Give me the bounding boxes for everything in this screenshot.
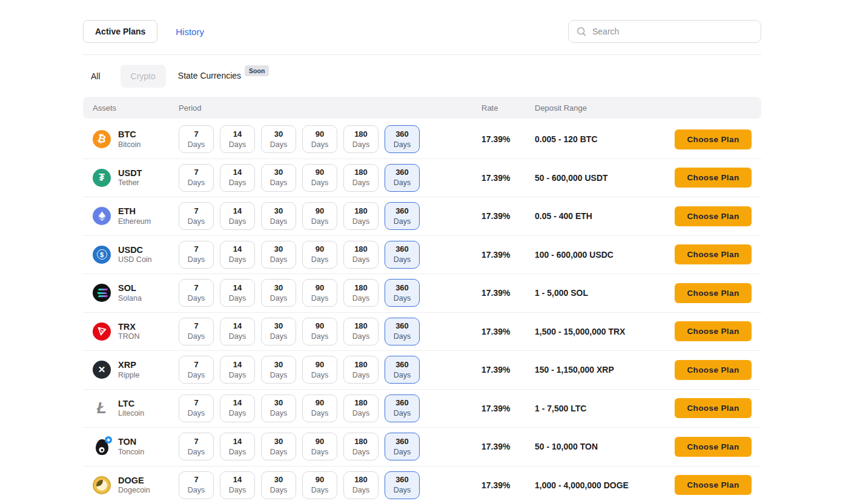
period-button-30-days[interactable]: 30Days: [261, 471, 296, 499]
period-button-180-days[interactable]: 180Days: [343, 471, 379, 499]
period-button-30-days[interactable]: 30Days: [261, 394, 296, 422]
period-button-14-days[interactable]: 14Days: [220, 471, 255, 499]
period-button-90-days[interactable]: 90Days: [302, 318, 337, 345]
period-button-180-days[interactable]: 180Days: [343, 318, 379, 345]
choose-plan-button[interactable]: Choose Plan: [675, 283, 752, 303]
period-button-90-days[interactable]: 90Days: [302, 241, 337, 269]
period-button-180-days[interactable]: 180Days: [343, 202, 379, 230]
period-button-360-days[interactable]: 360Days: [385, 164, 420, 192]
period-button-90-days[interactable]: 90Days: [302, 125, 337, 153]
asset-cell: TRX TRON: [93, 321, 179, 342]
search-box[interactable]: [568, 20, 761, 43]
period-button-360-days[interactable]: 360Days: [385, 318, 420, 345]
table-row: ✕ XRP Ripple 7Days14Days30Days90Days180D…: [83, 351, 761, 390]
period-button-90-days[interactable]: 90Days: [302, 433, 337, 460]
period-button-180-days[interactable]: 180Days: [343, 125, 379, 153]
period-button-7-days[interactable]: 7Days: [179, 202, 214, 230]
period-button-360-days[interactable]: 360Days: [385, 241, 420, 269]
period-button-30-days[interactable]: 30Days: [261, 433, 296, 460]
coin-symbol: SOL: [118, 283, 142, 293]
period-button-7-days[interactable]: 7Days: [179, 471, 214, 499]
period-button-90-days[interactable]: 90Days: [302, 471, 337, 499]
plan-tabs: Active Plans History: [83, 20, 204, 43]
choose-plan-button[interactable]: Choose Plan: [675, 321, 752, 341]
table-row: $ USDC USD Coin 7Days14Days30Days90Days1…: [83, 236, 761, 275]
coin-name: Tether: [118, 178, 142, 188]
coin-symbol: XRP: [118, 359, 139, 370]
search-input[interactable]: [592, 27, 753, 36]
deposit-range-value: 1 - 7,500 LTC: [535, 404, 675, 413]
deposit-range-value: 1 - 5,000 SOL: [535, 288, 675, 298]
period-button-360-days[interactable]: 360Days: [385, 202, 420, 230]
period-button-14-days[interactable]: 14Days: [220, 433, 255, 460]
period-button-14-days[interactable]: 14Days: [220, 125, 255, 153]
tab-active-plans[interactable]: Active Plans: [83, 20, 157, 43]
coin-name: Litecoin: [118, 409, 144, 419]
period-button-7-days[interactable]: 7Days: [179, 125, 214, 153]
period-button-14-days[interactable]: 14Days: [220, 164, 255, 192]
period-button-90-days[interactable]: 90Days: [302, 164, 337, 192]
period-button-180-days[interactable]: 180Days: [343, 433, 379, 460]
coin-symbol: DOGE: [118, 475, 150, 486]
period-button-30-days[interactable]: 30Days: [261, 164, 296, 192]
tab-history[interactable]: History: [176, 27, 204, 37]
period-button-14-days[interactable]: 14Days: [220, 394, 255, 422]
deposit-range-value: 0.05 - 400 ETH: [535, 211, 675, 221]
period-button-180-days[interactable]: 180Days: [343, 279, 379, 307]
period-button-7-days[interactable]: 7Days: [179, 356, 214, 384]
filter-crypto[interactable]: Crypto: [121, 65, 166, 88]
period-button-360-days[interactable]: 360Days: [385, 433, 420, 460]
rate-value: 17.39%: [481, 250, 535, 260]
period-options: 7Days14Days30Days90Days180Days360Days: [179, 164, 481, 192]
period-button-360-days[interactable]: 360Days: [385, 279, 420, 307]
period-button-180-days[interactable]: 180Days: [343, 164, 379, 192]
period-button-7-days[interactable]: 7Days: [179, 394, 214, 422]
choose-plan-button[interactable]: Choose Plan: [675, 206, 752, 226]
period-button-360-days[interactable]: 360Days: [385, 125, 420, 153]
choose-plan-button[interactable]: Choose Plan: [675, 129, 752, 149]
choose-plan-button[interactable]: Choose Plan: [675, 244, 752, 264]
period-button-90-days[interactable]: 90Days: [302, 356, 337, 384]
period-button-7-days[interactable]: 7Days: [179, 164, 214, 192]
coin-symbol: TRX: [118, 321, 139, 332]
asset-cell: ₮ USDT Tether: [93, 168, 179, 188]
period-button-90-days[interactable]: 90Days: [302, 394, 337, 422]
period-button-7-days[interactable]: 7Days: [179, 241, 214, 269]
period-button-360-days[interactable]: 360Days: [385, 471, 420, 499]
period-button-14-days[interactable]: 14Days: [220, 202, 255, 230]
period-button-14-days[interactable]: 14Days: [220, 318, 255, 345]
filter-all[interactable]: All: [83, 65, 108, 87]
period-button-14-days[interactable]: 14Days: [220, 279, 255, 307]
period-button-30-days[interactable]: 30Days: [261, 241, 296, 269]
choose-plan-button[interactable]: Choose Plan: [675, 360, 752, 380]
period-button-180-days[interactable]: 180Days: [343, 241, 379, 269]
filter-state-currencies[interactable]: State Currencies Soon: [178, 71, 269, 82]
period-button-30-days[interactable]: 30Days: [261, 356, 296, 384]
coin-symbol: USDT: [118, 168, 142, 178]
period-button-14-days[interactable]: 14Days: [220, 241, 255, 269]
period-button-30-days[interactable]: 30Days: [261, 202, 296, 230]
btc-icon: ₿: [93, 130, 111, 148]
period-button-90-days[interactable]: 90Days: [302, 202, 337, 230]
asset-cell: Ł LTC Litecoin: [93, 398, 179, 419]
period-button-360-days[interactable]: 360Days: [385, 356, 420, 384]
period-options: 7Days14Days30Days90Days180Days360Days: [179, 241, 481, 269]
period-options: 7Days14Days30Days90Days180Days360Days: [179, 125, 481, 153]
rate-value: 17.39%: [481, 211, 535, 221]
period-button-90-days[interactable]: 90Days: [302, 279, 337, 307]
period-button-30-days[interactable]: 30Days: [261, 125, 296, 153]
period-button-14-days[interactable]: 14Days: [220, 356, 255, 384]
period-button-360-days[interactable]: 360Days: [385, 394, 420, 422]
period-button-180-days[interactable]: 180Days: [343, 356, 379, 384]
period-button-180-days[interactable]: 180Days: [343, 394, 379, 422]
choose-plan-button[interactable]: Choose Plan: [675, 475, 752, 495]
choose-plan-button[interactable]: Choose Plan: [675, 437, 752, 457]
choose-plan-button[interactable]: Choose Plan: [675, 398, 752, 418]
choose-plan-button[interactable]: Choose Plan: [675, 168, 752, 188]
period-button-7-days[interactable]: 7Days: [179, 279, 214, 307]
period-button-30-days[interactable]: 30Days: [261, 279, 296, 307]
rate-value: 17.39%: [481, 288, 535, 298]
period-button-7-days[interactable]: 7Days: [179, 318, 214, 345]
period-button-30-days[interactable]: 30Days: [261, 318, 296, 345]
period-button-7-days[interactable]: 7Days: [179, 433, 214, 460]
